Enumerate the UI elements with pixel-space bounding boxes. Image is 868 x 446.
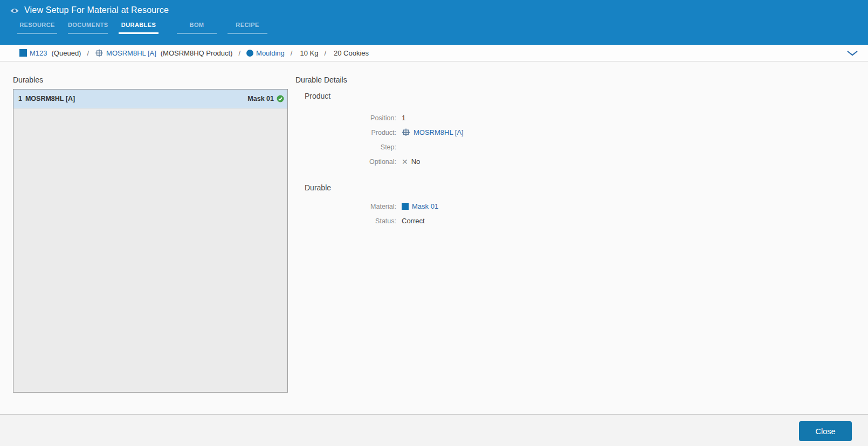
field-position-label: Position:	[295, 114, 396, 122]
breadcrumb-primary-quantity: 10 Kg	[300, 49, 318, 57]
x-mark-icon: ✕	[402, 157, 408, 166]
breadcrumb-product-note: (MOSRM8HQ Product)	[161, 49, 233, 57]
field-product: Product: MOSRM8HL [A]	[295, 125, 673, 140]
tab-resource[interactable]: RESOURCE	[17, 22, 57, 34]
field-status: Status: Correct	[295, 214, 673, 228]
tab-recipe[interactable]: RECIPE	[228, 22, 267, 34]
tab-strip: RESOURCE DOCUMENTS DURABLES BOM RECIPE	[17, 22, 278, 34]
tab-bom[interactable]: BOM	[177, 22, 217, 34]
breadcrumb-separator: /	[238, 49, 240, 57]
field-position-value: 1	[402, 114, 405, 122]
material-square-icon	[19, 49, 27, 57]
breadcrumb-separator: /	[291, 49, 293, 57]
field-product-link[interactable]: MOSRM8HL [A]	[414, 128, 464, 136]
field-material-link[interactable]: Mask 01	[412, 202, 438, 210]
field-product-label: Product:	[295, 129, 396, 136]
field-status-label: Status:	[295, 217, 396, 225]
breadcrumb-product-link[interactable]: MOSRM8HL [A]	[106, 49, 156, 57]
durable-item-product: MOSRM8HL [A]	[25, 95, 75, 102]
durable-item-durable: Mask 01	[247, 95, 274, 102]
breadcrumb: M123 (Queued) / MOSRM8HL [A] (MOSRM8HQ P…	[0, 45, 868, 61]
field-step: Step:	[295, 140, 673, 154]
breadcrumb-separator: /	[87, 49, 89, 57]
durable-item-position: 1	[18, 95, 22, 102]
field-material-label: Material:	[295, 203, 396, 210]
field-optional-label: Optional:	[295, 158, 396, 166]
close-button[interactable]: Close	[799, 421, 852, 441]
details-panel-title: Durable Details	[295, 76, 673, 84]
chevron-down-icon[interactable]	[844, 49, 860, 57]
tab-documents[interactable]: DOCUMENTS	[68, 22, 108, 34]
product-reticle-icon	[95, 49, 104, 57]
content-area: Durables 1 MOSRM8HL [A] Mask 01 Durable …	[0, 61, 868, 414]
eye-icon	[10, 8, 19, 14]
breadcrumb-step-link[interactable]: Moulding	[256, 49, 285, 57]
check-circle-icon	[277, 95, 284, 102]
breadcrumb-material-link[interactable]: M123	[30, 49, 47, 57]
durable-list-item[interactable]: 1 MOSRM8HL [A] Mask 01	[13, 90, 287, 108]
breadcrumb-separator: /	[324, 49, 326, 57]
field-optional: Optional: ✕ No	[295, 154, 673, 169]
field-step-label: Step:	[295, 143, 396, 151]
material-square-icon	[402, 203, 409, 210]
durables-list: 1 MOSRM8HL [A] Mask 01	[13, 89, 288, 393]
field-position: Position: 1	[295, 111, 673, 125]
durable-details-panel: Durable Details Product Position: 1 Prod…	[295, 76, 673, 228]
breadcrumb-material-state: (Queued)	[52, 49, 81, 57]
field-material: Material: Mask 01	[295, 199, 673, 214]
step-circle-icon	[246, 50, 253, 57]
durable-section-title: Durable	[305, 183, 673, 192]
product-reticle-icon	[402, 128, 410, 136]
field-optional-value: No	[411, 157, 421, 166]
product-section-title: Product	[305, 92, 673, 100]
durables-panel-title: Durables	[13, 76, 43, 84]
field-status-value: Correct	[402, 217, 425, 225]
tab-durables[interactable]: DURABLES	[119, 22, 159, 34]
dialog-footer: Close	[0, 414, 868, 446]
dialog-header: View Setup For Material at Resource RESO…	[0, 0, 868, 45]
breadcrumb-secondary-quantity: 20 Cookies	[334, 49, 369, 57]
page-title: View Setup For Material at Resource	[24, 5, 169, 15]
